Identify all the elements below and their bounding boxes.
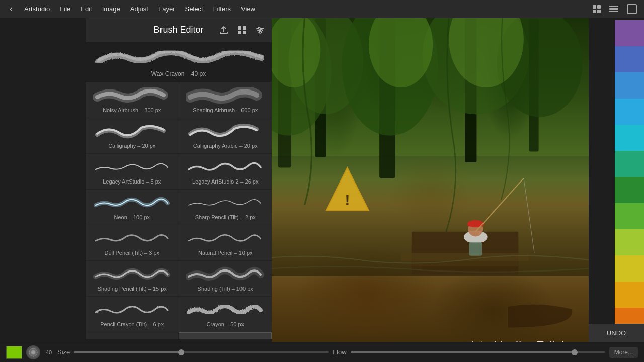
color-swatch-teal[interactable] bbox=[615, 151, 644, 177]
svg-rect-3 bbox=[597, 10, 601, 13]
grid-icon[interactable] bbox=[590, 2, 604, 16]
svg-rect-7 bbox=[627, 5, 636, 14]
menu-item-image[interactable]: Image bbox=[98, 3, 124, 15]
brush-item-crayon[interactable]: Crayon – 50 px bbox=[179, 297, 272, 332]
brush-name-dull-pencil: Dull Pencil (Tilt) – 3 px bbox=[104, 250, 159, 256]
brush-item-calligraphy-arabic[interactable]: Calligraphy Arabic – 20 px bbox=[179, 118, 272, 153]
brush-name-legacy-artstudio-2: Legacy ArtStudio 2 – 26 px bbox=[192, 178, 258, 185]
back-button[interactable]: ‹ bbox=[4, 2, 18, 16]
menu-bar: ‹ Artstudio File Edit Image Adjust Layer… bbox=[0, 0, 644, 18]
menu-item-filters[interactable]: Filters bbox=[209, 3, 235, 15]
canvas-area[interactable]: ! painted by Ilya Tuljakov bbox=[272, 18, 589, 362]
preview-label: Wax Crayon – 40 px bbox=[151, 70, 206, 77]
brush-name-neon: Neon – 100 px bbox=[114, 214, 150, 220]
brush-item-legacy-artstudio[interactable]: Legacy ArtStudio – 5 px bbox=[86, 154, 179, 189]
bottom-toolbar: 40 Size Flow More... bbox=[0, 342, 644, 362]
flow-label: Flow bbox=[333, 348, 346, 356]
color-swatch-amber[interactable] bbox=[615, 282, 644, 308]
color-swatch-blue[interactable] bbox=[615, 72, 644, 99]
brush-name-noisy-airbrush: Noisy Airbrush – 300 px bbox=[103, 107, 161, 113]
svg-rect-6 bbox=[609, 11, 618, 12]
color-swatch-sky-blue[interactable] bbox=[615, 99, 644, 125]
svg-rect-9 bbox=[243, 26, 246, 30]
brush-item-noisy-airbrush[interactable]: Noisy Airbrush – 300 px bbox=[86, 82, 179, 118]
brush-name-calligraphy-arabic: Calligraphy Arabic – 20 px bbox=[193, 143, 258, 149]
grid-view-button[interactable] bbox=[234, 23, 250, 38]
more-button[interactable]: More... bbox=[609, 347, 638, 358]
brush-item-dull-pencil[interactable]: Dull Pencil (Tilt) – 3 px bbox=[86, 225, 179, 260]
brush-name-shading-airbrush: Shading Airbrush – 600 px bbox=[193, 107, 258, 113]
svg-point-15 bbox=[258, 27, 260, 29]
brush-name-calligraphy: Calligraphy – 20 px bbox=[108, 143, 155, 149]
brush-name-shading-tilt: Shading (Tilt) – 100 px bbox=[198, 286, 253, 292]
brush-header-icons bbox=[216, 23, 268, 38]
brush-item-legacy-artstudio-2[interactable]: Legacy ArtStudio 2 – 26 px bbox=[179, 154, 272, 189]
brush-texture-icon[interactable] bbox=[26, 345, 40, 359]
brush-item-neon[interactable]: Neon – 100 px bbox=[86, 190, 179, 225]
brush-item-wet-crayon[interactable]: Wet Crayon (Tilt) – 20 px bbox=[86, 332, 179, 339]
brush-name-legacy-artstudio: Legacy ArtStudio – 5 px bbox=[103, 178, 161, 185]
color-swatch-yellow[interactable] bbox=[615, 255, 644, 282]
brush-name-crayon: Crayon – 50 px bbox=[206, 321, 244, 327]
brush-item-sharp-pencil[interactable]: Sharp Pencil (Tilt) – 2 px bbox=[179, 190, 272, 225]
brush-panel: Brush Editor bbox=[86, 18, 272, 362]
svg-point-17 bbox=[259, 31, 261, 33]
flow-slider[interactable] bbox=[351, 351, 605, 353]
brush-row-7: Pencil Crayon (Tilt) – 6 px Crayon – 50 … bbox=[86, 297, 272, 332]
layers-icon[interactable] bbox=[606, 1, 622, 17]
color-swatch-dark-green[interactable] bbox=[615, 177, 644, 203]
svg-rect-11 bbox=[243, 31, 246, 34]
menu-item-file[interactable]: File bbox=[56, 3, 74, 15]
menu-item-select[interactable]: Select bbox=[181, 3, 207, 15]
size-label: Size bbox=[57, 348, 70, 356]
brush-row-6: Shading Pencil (Tilt) – 15 px Shading (T… bbox=[86, 261, 272, 297]
menu-item-adjust[interactable]: Adjust bbox=[126, 3, 152, 15]
menu-item-layer[interactable]: Layer bbox=[154, 3, 179, 15]
menu-item-artstudio[interactable]: Artstudio bbox=[20, 3, 54, 15]
brush-item-shading-pencil[interactable]: Shading Pencil (Tilt) – 15 px bbox=[86, 261, 179, 296]
brush-name-natural-pencil: Natural Pencil – 10 px bbox=[198, 250, 253, 256]
brush-header: Brush Editor bbox=[86, 18, 272, 42]
brush-name-pencil-crayon: Pencil Crayon (Tilt) – 6 px bbox=[100, 321, 164, 327]
brush-item-shading-tilt[interactable]: Shading (Tilt) – 100 px bbox=[179, 261, 272, 296]
brush-item-shading-airbrush[interactable]: Shading Airbrush – 600 px bbox=[179, 82, 272, 118]
size-slider[interactable] bbox=[74, 351, 329, 353]
color-swatch-green[interactable] bbox=[615, 203, 644, 229]
brush-item-pencil-crayon[interactable]: Pencil Crayon (Tilt) – 6 px bbox=[86, 297, 179, 332]
colors-panel: UNDO bbox=[589, 18, 644, 362]
brush-row-5: Dull Pencil (Tilt) – 3 px Natural Pencil… bbox=[86, 225, 272, 261]
brush-editor-title: Brush Editor bbox=[153, 25, 203, 35]
color-swatch-yellow-green[interactable] bbox=[615, 229, 644, 255]
brush-preview-area: Wax Crayon – 40 px bbox=[86, 42, 272, 82]
brush-name-sharp-pencil: Sharp Pencil (Tilt) – 2 px bbox=[195, 214, 256, 220]
svg-rect-1 bbox=[597, 5, 601, 9]
size-slider-thumb[interactable] bbox=[178, 349, 184, 355]
color-preview-box[interactable] bbox=[6, 346, 22, 359]
size-number: 40 bbox=[44, 349, 53, 355]
brush-item-wax-crayon[interactable]: Wax Crayon – 40 px bbox=[179, 332, 272, 339]
brush-row-1: Noisy Airbrush – 300 px Shading Airbrush… bbox=[86, 82, 272, 118]
svg-rect-0 bbox=[593, 5, 596, 9]
svg-rect-5 bbox=[609, 8, 618, 10]
svg-point-46 bbox=[31, 350, 35, 354]
brush-item-natural-pencil[interactable]: Natural Pencil – 10 px bbox=[179, 225, 272, 260]
color-swatch-purple[interactable] bbox=[615, 20, 644, 46]
undo-button[interactable]: UNDO bbox=[589, 324, 644, 342]
menu-item-edit[interactable]: Edit bbox=[76, 3, 96, 15]
brush-name-shading-pencil: Shading Pencil (Tilt) – 15 px bbox=[98, 286, 167, 292]
frame-icon[interactable] bbox=[624, 1, 640, 17]
color-swatch-cyan[interactable] bbox=[615, 125, 644, 151]
svg-rect-4 bbox=[609, 6, 618, 7]
svg-rect-10 bbox=[238, 31, 242, 34]
brush-list[interactable]: Noisy Airbrush – 300 px Shading Airbrush… bbox=[86, 82, 272, 339]
menu-item-view[interactable]: View bbox=[237, 3, 259, 15]
sidebar-left bbox=[0, 18, 86, 362]
color-swatch-dark-blue[interactable] bbox=[615, 46, 644, 72]
water-area bbox=[272, 156, 589, 276]
export-button[interactable] bbox=[216, 23, 231, 38]
brush-row-8: Wet Crayon (Tilt) – 20 px Wax Crayon – 4… bbox=[86, 332, 272, 339]
svg-rect-2 bbox=[593, 10, 596, 13]
filter-button[interactable] bbox=[253, 23, 268, 38]
brush-item-calligraphy[interactable]: Calligraphy – 20 px bbox=[86, 118, 179, 153]
flow-slider-thumb[interactable] bbox=[572, 349, 578, 355]
